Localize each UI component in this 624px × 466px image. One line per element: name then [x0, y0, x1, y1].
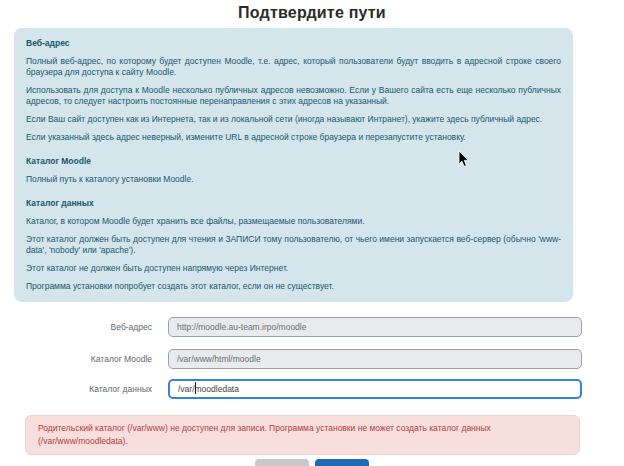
info-paragraph: Этот каталог должен быть доступен для чт… — [26, 234, 561, 256]
info-paragraph: Если Ваш сайт доступен как из Интернета,… — [26, 114, 561, 125]
info-section-web-address: Веб-адрес Полный веб-адрес, по которому … — [26, 38, 561, 143]
wizard-navigation: « Назад Далее » — [0, 459, 624, 466]
info-heading-web-address: Веб-адрес — [26, 38, 561, 49]
info-paragraph: Каталог, в котором Moodle будет хранить … — [26, 216, 561, 227]
error-message: Родительский каталог (/var/www) не досту… — [38, 423, 491, 446]
paths-info-box: Веб-адрес Полный веб-адрес, по которому … — [14, 28, 573, 302]
info-section-data-directory: Каталог данных Каталог, в котором Moodle… — [26, 198, 561, 292]
back-button[interactable]: « Назад — [255, 459, 309, 466]
error-alert: Родительский каталог (/var/www) не досту… — [25, 415, 580, 455]
web-address-label: Веб-адрес — [0, 322, 152, 332]
info-paragraph: Программа установки попробует создать эт… — [26, 281, 561, 292]
form-row-data-directory: Каталог данных — [0, 378, 624, 399]
info-paragraph: Если указанный здесь адрес неверный, изм… — [26, 132, 561, 143]
info-heading-data-directory: Каталог данных — [26, 198, 561, 209]
info-section-moodle-directory: Каталог Moodle Полный путь к каталогу ус… — [26, 156, 561, 185]
info-paragraph: Полный веб-адрес, по которому будет дост… — [26, 56, 561, 78]
data-directory-label: Каталог данных — [0, 384, 152, 394]
form-row-web-address: Веб-адрес — [0, 316, 624, 337]
data-directory-input[interactable] — [168, 379, 582, 399]
text-caret — [195, 382, 196, 394]
next-button[interactable]: Далее » — [315, 459, 370, 466]
form-row-moodle-directory: Каталог Moodle — [0, 348, 624, 369]
page-title: Подтвердите пути — [0, 4, 624, 22]
moodle-directory-input[interactable] — [168, 349, 582, 369]
info-paragraph: Этот каталог не должен быть доступен нап… — [26, 263, 561, 274]
web-address-input[interactable] — [168, 317, 582, 337]
info-heading-moodle-directory: Каталог Moodle — [26, 156, 561, 167]
paths-form: Веб-адрес Каталог Moodle Каталог данных — [0, 316, 624, 399]
moodle-directory-label: Каталог Moodle — [0, 354, 152, 364]
info-paragraph: Использовать для доступа к Moodle нескол… — [26, 85, 561, 107]
info-paragraph: Полный путь к каталогу установки Moodle. — [26, 174, 561, 185]
